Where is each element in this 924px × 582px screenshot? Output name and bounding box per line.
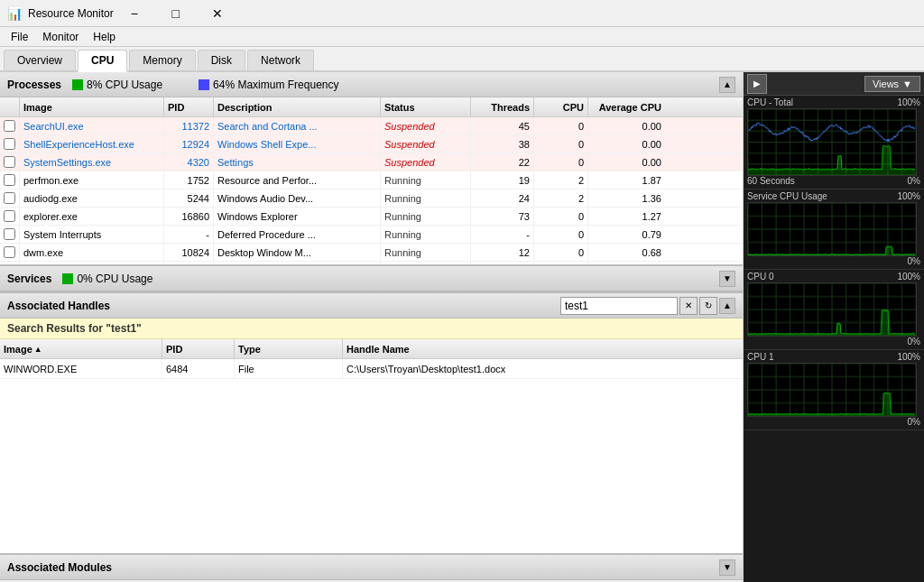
app-icon: 📊 xyxy=(7,6,23,21)
processes-header[interactable]: Processes 8% CPU Usage 64% Maximum Frequ… xyxy=(0,72,743,97)
th-threads[interactable]: Threads xyxy=(471,97,534,116)
views-button[interactable]: Views ▼ xyxy=(864,76,920,92)
row-checkbox[interactable] xyxy=(0,171,20,189)
row-pid: - xyxy=(164,226,214,243)
row-cpu: 0 xyxy=(534,226,588,243)
panel-expand-btn[interactable]: ▶ xyxy=(747,74,767,94)
menu-help[interactable]: Help xyxy=(86,29,123,45)
th-cpu[interactable]: CPU xyxy=(534,97,588,116)
left-panel: Processes 8% CPU Usage 64% Maximum Frequ… xyxy=(0,72,744,582)
row-status: Suspended xyxy=(381,153,471,171)
row-checkbox[interactable] xyxy=(0,244,20,261)
row-checkbox[interactable] xyxy=(0,208,20,225)
table-row[interactable]: perfmon.exe 1752 Resource and Perfor... … xyxy=(0,171,743,189)
table-row[interactable]: ShellExperienceHost.exe 12924 Windows Sh… xyxy=(0,135,743,153)
row-desc: Microsoft Word xyxy=(214,262,381,264)
search-refresh-btn[interactable]: ↻ xyxy=(699,297,717,315)
th-pid[interactable]: PID xyxy=(164,97,214,116)
maximize-button[interactable]: □ xyxy=(155,0,197,27)
row-checkbox[interactable] xyxy=(0,135,20,152)
row-status: Running xyxy=(381,171,471,189)
modules-collapse-btn[interactable]: ▼ xyxy=(719,559,735,576)
row-avg-cpu: 0.00 xyxy=(588,117,665,134)
search-results-header: Search Results for "test1" xyxy=(0,319,743,339)
row-threads: 38 xyxy=(471,135,534,152)
right-panel-header: ▶ Views ▼ xyxy=(744,72,924,96)
modules-header[interactable]: Associated Modules ▼ xyxy=(0,555,743,580)
th-status[interactable]: Status xyxy=(381,97,471,116)
table-row[interactable]: SystemSettings.exe 4320 Settings Suspend… xyxy=(0,153,743,171)
tab-overview[interactable]: Overview xyxy=(4,50,76,70)
window-title: Resource Monitor xyxy=(28,7,114,20)
row-avg-cpu: 1.36 xyxy=(588,189,665,207)
row-status: Running xyxy=(381,189,471,207)
tab-network[interactable]: Network xyxy=(247,50,314,70)
th-avg-cpu[interactable]: Average CPU xyxy=(588,97,665,116)
minimize-button[interactable]: − xyxy=(114,0,155,27)
row-avg-cpu: 0.68 xyxy=(588,244,665,261)
th-description[interactable]: Description xyxy=(214,97,381,116)
handles-table-header: Image ▲ PID Type Handle Name xyxy=(0,339,743,359)
tab-cpu[interactable]: CPU xyxy=(78,50,127,72)
row-checkbox[interactable] xyxy=(0,189,20,207)
row-desc: Deferred Procedure ... xyxy=(214,226,381,243)
th-checkbox xyxy=(0,97,20,116)
menu-file[interactable]: File xyxy=(4,29,35,45)
menu-monitor[interactable]: Monitor xyxy=(35,29,86,45)
row-threads: 22 xyxy=(471,153,534,171)
row-cpu: 0 xyxy=(534,135,588,152)
table-row[interactable]: System Interrupts - Deferred Procedure .… xyxy=(0,226,743,244)
services-title: Services xyxy=(7,273,51,285)
th-handle-pid[interactable]: PID xyxy=(162,339,235,358)
row-threads: 12 xyxy=(471,244,534,261)
close-button[interactable]: ✕ xyxy=(197,0,238,27)
row-avg-cpu: 0.67 xyxy=(588,262,665,264)
handles-collapse-btn[interactable]: ▲ xyxy=(719,298,735,314)
row-desc: Settings xyxy=(214,153,381,171)
row-desc: Windows Shell Expe... xyxy=(214,135,381,152)
handles-table-row[interactable]: WINWORD.EXE 6484 File C:\Users\Troyan\De… xyxy=(0,359,743,379)
row-desc: Search and Cortana ... xyxy=(214,117,381,134)
handle-row-image: WINWORD.EXE xyxy=(0,359,162,378)
cpu0-chart-container: CPU 0 100% 0% xyxy=(744,270,924,350)
service-cpu-chart-container: Service CPU Usage 100% 0% xyxy=(744,189,924,270)
row-checkbox[interactable] xyxy=(0,117,20,134)
services-green-indicator xyxy=(62,273,73,284)
blue-indicator xyxy=(199,79,209,90)
row-desc: Windows Audio Dev... xyxy=(214,189,381,207)
service-cpu-canvas xyxy=(747,202,917,256)
processes-section: Processes 8% CPU Usage 64% Maximum Frequ… xyxy=(0,72,743,266)
row-cpu: 2 xyxy=(534,171,588,189)
window-controls: − □ ✕ xyxy=(114,0,238,27)
tab-memory[interactable]: Memory xyxy=(129,50,195,70)
row-checkbox[interactable] xyxy=(0,262,20,264)
table-row[interactable]: audiodg.exe 5244 Windows Audio Dev... Ru… xyxy=(0,189,743,208)
th-handle-image[interactable]: Image ▲ xyxy=(0,339,162,358)
th-handle-name[interactable]: Handle Name xyxy=(343,339,743,358)
processes-title: Processes xyxy=(7,79,61,91)
row-pid: 12924 xyxy=(164,135,214,152)
cpu-total-label: CPU - Total 100% xyxy=(747,97,920,107)
row-status: Suspended xyxy=(381,117,471,134)
row-image: WINWORD.EXE xyxy=(20,262,164,264)
row-threads: 19 xyxy=(471,171,534,189)
table-row[interactable]: SearchUI.exe 11372 Search and Cortana ..… xyxy=(0,117,743,135)
table-row[interactable]: explorer.exe 16860 Windows Explorer Runn… xyxy=(0,208,743,226)
row-avg-cpu: 0.79 xyxy=(588,226,665,243)
services-header[interactable]: Services 0% CPU Usage ▼ xyxy=(0,266,743,291)
table-row[interactable]: WINWORD.EXE 6484 Microsoft Word Running … xyxy=(0,262,743,264)
row-cpu: 0 xyxy=(534,117,588,134)
tab-disk[interactable]: Disk xyxy=(198,50,245,70)
cpu0-canvas xyxy=(747,282,917,337)
row-checkbox[interactable] xyxy=(0,153,20,171)
table-row[interactable]: dwm.exe 10824 Desktop Window M... Runnin… xyxy=(0,244,743,262)
services-collapse-btn[interactable]: ▼ xyxy=(719,271,735,287)
search-input[interactable] xyxy=(560,297,678,315)
row-cpu: 2 xyxy=(534,189,588,207)
th-handle-type[interactable]: Type xyxy=(235,339,343,358)
search-clear-btn[interactable]: ✕ xyxy=(679,297,698,315)
processes-collapse-btn[interactable]: ▲ xyxy=(719,77,735,93)
th-image[interactable]: Image xyxy=(20,97,164,116)
cpu0-min-label: 0% xyxy=(747,337,920,346)
row-checkbox[interactable] xyxy=(0,226,20,243)
